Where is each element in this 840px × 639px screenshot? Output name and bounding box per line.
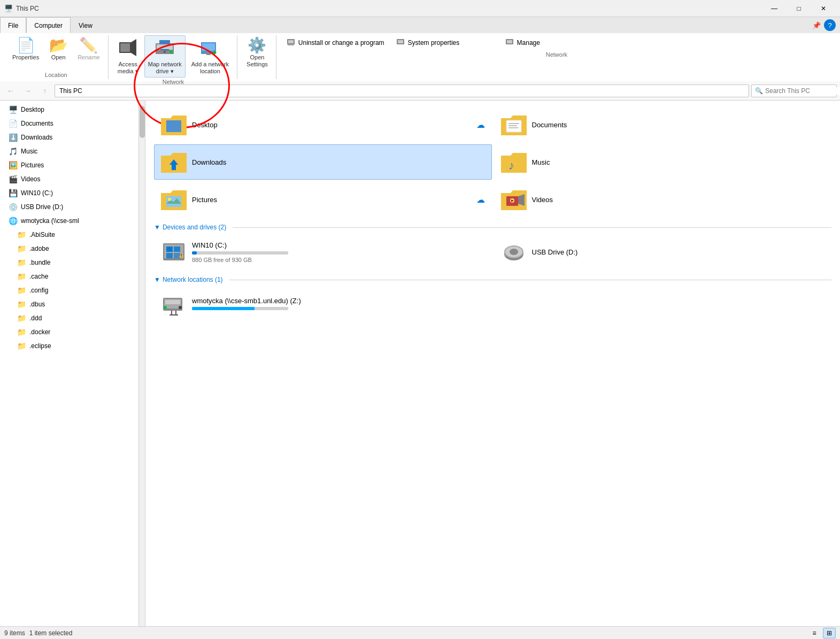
sidebar-item-music[interactable]: 🎵 Music bbox=[0, 144, 138, 158]
device-item-win10[interactable]: ! WIN10 (C:) 880 GB free of 930 GB bbox=[154, 234, 492, 270]
address-bar[interactable]: This PC bbox=[55, 84, 749, 97]
access-media-label: Accessmedia ▾ bbox=[118, 61, 138, 75]
title-bar-icon: 🖥️ bbox=[4, 4, 13, 13]
pin-button[interactable]: 📌 bbox=[809, 18, 824, 33]
sidebar-item-downloads[interactable]: ⬇️ Downloads bbox=[0, 130, 138, 144]
sidebar-item-desktop[interactable]: 🖥️ Desktop bbox=[0, 103, 138, 117]
network-section-collapse-icon: ▼ bbox=[154, 276, 160, 283]
sidebar-item-docker[interactable]: 📁 .docker bbox=[0, 325, 138, 339]
sidebar-item-usb[interactable]: 💿 USB Drive (D:) bbox=[0, 200, 138, 214]
sidebar-ddd-label: .ddd bbox=[29, 314, 42, 322]
svg-rect-45 bbox=[166, 253, 173, 258]
forward-button[interactable]: → bbox=[20, 83, 35, 98]
system-properties-button[interactable]: System properties bbox=[391, 35, 498, 50]
sidebar-item-bundle[interactable]: 📁 .bundle bbox=[0, 256, 138, 270]
devices-section-header[interactable]: ▼ Devices and drives (2) bbox=[154, 224, 831, 231]
tab-computer[interactable]: Computer bbox=[26, 17, 71, 33]
tab-view[interactable]: View bbox=[71, 17, 101, 33]
title-bar: 🖥️ This PC — □ ✕ bbox=[0, 0, 840, 17]
up-button[interactable]: ↑ bbox=[37, 83, 52, 98]
search-input[interactable] bbox=[765, 87, 840, 95]
folder-item-videos[interactable]: Videos bbox=[494, 182, 832, 217]
close-button[interactable]: ✕ bbox=[811, 0, 836, 17]
device-name-usb: USB Drive (D:) bbox=[532, 248, 825, 256]
folder-item-music[interactable]: ♪ Music bbox=[494, 144, 832, 180]
svg-point-5 bbox=[164, 51, 166, 53]
sidebar-eclipse-icon: 📁 bbox=[17, 342, 26, 350]
network-section-header[interactable]: ▼ Network locations (1) bbox=[154, 276, 831, 283]
minimize-button[interactable]: — bbox=[762, 0, 787, 17]
sidebar-desktop-label: Desktop bbox=[21, 106, 44, 113]
svg-text:!: ! bbox=[181, 253, 182, 257]
sidebar-videos-icon: 🎬 bbox=[9, 175, 18, 183]
sidebar-scrollbar[interactable] bbox=[139, 101, 145, 626]
rename-button[interactable]: ✏️ Rename bbox=[74, 35, 104, 64]
access-media-button[interactable]: Accessmedia ▾ bbox=[114, 35, 142, 78]
svg-rect-2 bbox=[120, 43, 130, 52]
network-item-wmotycka[interactable]: wmotycka (\\cse-smb1.unl.edu) (Z:) bbox=[154, 287, 831, 322]
sidebar-item-documents[interactable]: 📄 Documents bbox=[0, 117, 138, 130]
sidebar-cache-label: .cache bbox=[29, 273, 48, 280]
device-item-usb[interactable]: USB Drive (D:) bbox=[494, 234, 832, 270]
sidebar-item-dbus[interactable]: 📁 .dbus bbox=[0, 297, 138, 311]
device-progress-fill-win10 bbox=[192, 251, 197, 255]
large-icons-view-button[interactable]: ⊞ bbox=[823, 628, 836, 638]
sidebar-docker-icon: 📁 bbox=[17, 328, 26, 336]
sidebar-item-ddd[interactable]: 📁 .ddd bbox=[0, 311, 138, 325]
device-info-win10: WIN10 (C:) 880 GB free of 930 GB bbox=[192, 241, 485, 263]
maximize-button[interactable]: □ bbox=[787, 0, 811, 17]
sidebar-item-network[interactable]: 🌐 wmotycka (\\cse-sml bbox=[0, 214, 138, 228]
sidebar-desktop-icon: 🖥️ bbox=[9, 105, 18, 114]
sidebar-bundle-icon: 📁 bbox=[17, 258, 26, 267]
devices-section-collapse-icon: ▼ bbox=[154, 224, 160, 231]
manage-button[interactable]: Manage bbox=[500, 35, 607, 50]
device-icon-win10: ! bbox=[161, 239, 187, 265]
folder-item-desktop[interactable]: Desktop ☁ bbox=[154, 107, 492, 142]
sidebar-item-pictures[interactable]: 🖼️ Pictures bbox=[0, 158, 138, 172]
svg-text:♪: ♪ bbox=[508, 159, 514, 172]
help-button[interactable]: ? bbox=[824, 19, 836, 31]
back-button[interactable]: ← bbox=[3, 83, 18, 98]
cloud-icon-pictures: ☁ bbox=[476, 195, 485, 205]
map-network-drive-button[interactable]: Map networkdrive ▾ bbox=[144, 35, 186, 78]
svg-rect-22 bbox=[166, 120, 181, 132]
ribbon-group-system-label: Network bbox=[282, 50, 831, 59]
tab-file[interactable]: File bbox=[0, 17, 26, 33]
sidebar-item-eclipse[interactable]: 📁 .eclipse bbox=[0, 339, 138, 353]
open-settings-icon: ⚙️ bbox=[248, 38, 266, 53]
sidebar: 🖥️ Desktop 📄 Documents ⬇️ Downloads 🎵 Mu… bbox=[0, 101, 139, 626]
sidebar-item-abisuite[interactable]: 📁 .AbiSuite bbox=[0, 228, 138, 242]
properties-button[interactable]: 📄 Properties bbox=[9, 35, 43, 64]
ribbon-group-settings: ⚙️ OpenSettings bbox=[238, 35, 276, 79]
sidebar-downloads-icon: ⬇️ bbox=[9, 133, 18, 142]
details-view-button[interactable]: ≡ bbox=[808, 628, 821, 638]
folders-section: Desktop ☁ bbox=[154, 107, 831, 217]
network-section: ▼ Network locations (1) bbox=[154, 276, 831, 322]
folder-item-pictures[interactable]: Pictures ☁ bbox=[154, 182, 492, 217]
access-media-icon bbox=[118, 38, 137, 60]
title-bar-title: This PC bbox=[16, 5, 762, 12]
sidebar-videos-label: Videos bbox=[21, 175, 40, 183]
open-button[interactable]: 📂 Open bbox=[45, 35, 72, 64]
uninstall-button[interactable]: Uninstall or change a program bbox=[282, 35, 389, 50]
svg-rect-6 bbox=[159, 40, 170, 44]
sidebar-usb-label: USB Drive (D:) bbox=[21, 203, 63, 211]
sidebar-item-cache[interactable]: 📁 .cache bbox=[0, 270, 138, 283]
uninstall-label: Uninstall or change a program bbox=[298, 39, 384, 47]
sidebar-item-config[interactable]: 📁 .config bbox=[0, 283, 138, 297]
sidebar-adobe-label: .adobe bbox=[29, 245, 49, 252]
sidebar-item-adobe[interactable]: 📁 .adobe bbox=[0, 242, 138, 256]
status-bar: 9 items 1 item selected ≡ ⊞ bbox=[0, 626, 840, 639]
svg-rect-16 bbox=[288, 44, 294, 45]
sidebar-item-win10[interactable]: 💾 WIN10 (C:) bbox=[0, 186, 138, 200]
search-box[interactable]: 🔍 bbox=[751, 84, 837, 97]
folder-icon-videos bbox=[501, 187, 527, 212]
add-network-location-button[interactable]: + Add a networklocation bbox=[188, 35, 233, 78]
folder-item-downloads[interactable]: Downloads bbox=[154, 144, 492, 180]
svg-point-60 bbox=[164, 306, 167, 309]
network-progress-fill-wmotycka bbox=[192, 307, 255, 310]
folder-item-documents[interactable]: Documents bbox=[494, 107, 832, 142]
sidebar-item-videos[interactable]: 🎬 Videos bbox=[0, 172, 138, 186]
sidebar-cache-icon: 📁 bbox=[17, 272, 26, 281]
open-settings-button[interactable]: ⚙️ OpenSettings bbox=[243, 35, 272, 71]
